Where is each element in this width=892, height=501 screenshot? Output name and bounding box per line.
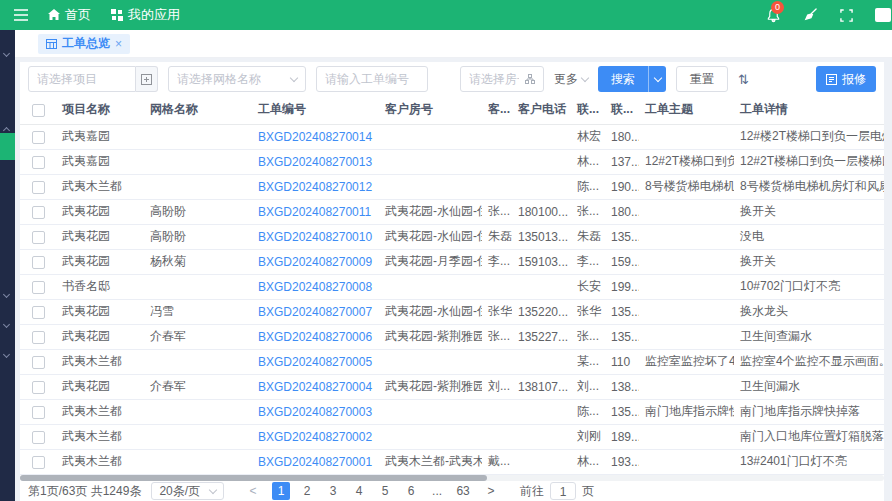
- collapse-menu-icon[interactable]: [14, 9, 28, 21]
- page-button-4[interactable]: 4: [350, 482, 368, 500]
- tab-bar: 工单总览 ×: [15, 30, 892, 58]
- goto-page-input[interactable]: 1: [550, 482, 576, 500]
- chevron-down-icon[interactable]: [3, 50, 10, 57]
- cell-detail: 换水龙头: [734, 299, 884, 324]
- sidebar-active-indicator[interactable]: [0, 133, 15, 160]
- cell-order_no[interactable]: BXGD202408270011: [252, 199, 379, 224]
- cell-cust_phone: [512, 399, 571, 424]
- cell-grid_name: 高盼盼: [144, 199, 252, 224]
- row-checkbox[interactable]: [32, 206, 45, 219]
- horizontal-scrollbar-track[interactable]: [20, 475, 884, 481]
- cell-cust_name: [482, 399, 512, 424]
- cell-project: 武夷嘉园: [56, 149, 144, 174]
- cell-contact_phone: 180...: [605, 124, 639, 149]
- row-checkbox-cell: [20, 199, 56, 224]
- search-button[interactable]: 搜索: [598, 66, 648, 92]
- cell-room: [379, 424, 482, 449]
- cell-contact_phone: 138...: [605, 374, 639, 399]
- row-checkbox[interactable]: [32, 181, 45, 194]
- cell-grid_name: 介春军: [144, 374, 252, 399]
- user-icon[interactable]: [875, 8, 891, 22]
- sort-arrows-icon[interactable]: ⇅: [738, 72, 749, 87]
- cell-subject: 8号楼货梯电梯机房...: [639, 174, 734, 199]
- cell-room: 武夷花园-水仙园-住...: [379, 199, 482, 224]
- cell-order_no[interactable]: BXGD202408270002: [252, 424, 379, 449]
- cell-order_no[interactable]: BXGD202408270003: [252, 399, 379, 424]
- page-button-5[interactable]: 5: [376, 482, 394, 500]
- row-checkbox[interactable]: [32, 256, 45, 269]
- page-button-2[interactable]: 2: [298, 482, 316, 500]
- grid-name-select[interactable]: 请选择网格名称: [168, 66, 306, 92]
- row-checkbox[interactable]: [32, 456, 45, 469]
- chevron-down-icon[interactable]: [3, 321, 10, 328]
- page-button-6[interactable]: 6: [402, 482, 420, 500]
- cell-project: 武夷花园: [56, 199, 144, 224]
- cell-grid_name: [144, 149, 252, 174]
- close-icon[interactable]: ×: [115, 37, 122, 51]
- cell-contact_name: 张华: [571, 299, 605, 324]
- nav-item-my-apps[interactable]: 我的应用: [111, 6, 180, 24]
- reset-button[interactable]: 重置: [676, 66, 728, 92]
- cell-order_no[interactable]: BXGD202408270001: [252, 449, 379, 474]
- cell-order_no[interactable]: BXGD202408270008: [252, 274, 379, 299]
- row-checkbox-cell: [20, 224, 56, 249]
- cell-cust_phone: [512, 274, 571, 299]
- page-button-63[interactable]: 63: [454, 482, 472, 500]
- select-all-checkbox[interactable]: [32, 104, 45, 117]
- row-checkbox[interactable]: [32, 431, 45, 444]
- cell-order_no[interactable]: BXGD202408270004: [252, 374, 379, 399]
- project-select[interactable]: 请选择项目: [28, 66, 136, 92]
- cell-order_no[interactable]: BXGD202408270007: [252, 299, 379, 324]
- row-checkbox[interactable]: [32, 306, 45, 319]
- cell-cust_phone: 180100...: [512, 199, 571, 224]
- repair-label: 报修: [842, 71, 866, 88]
- chevron-down-icon: [581, 73, 589, 81]
- more-filters-button[interactable]: 更多: [554, 71, 588, 88]
- row-checkbox[interactable]: [32, 281, 45, 294]
- row-checkbox[interactable]: [32, 406, 45, 419]
- room-select[interactable]: 请选择房号: [460, 66, 544, 92]
- next-page-button[interactable]: >: [482, 484, 500, 498]
- horizontal-scrollbar-thumb[interactable]: [20, 475, 487, 481]
- report-repair-button[interactable]: 报修: [816, 66, 876, 92]
- row-checkbox[interactable]: [32, 356, 45, 369]
- nav-item-home[interactable]: 首页: [48, 6, 91, 24]
- page-size-select[interactable]: 20条/页: [151, 482, 224, 500]
- table-row: 武夷木兰都BXGD202408270005某...110监控室监控坏了4个监控室…: [20, 349, 884, 374]
- page-button-1[interactable]: 1: [272, 482, 290, 500]
- tab-work-order-overview[interactable]: 工单总览 ×: [38, 34, 130, 54]
- order-no-input[interactable]: 请输入工单编号: [316, 66, 428, 92]
- cell-order_no[interactable]: BXGD202408270010: [252, 224, 379, 249]
- cell-order_no[interactable]: BXGD202408270005: [252, 349, 379, 374]
- row-checkbox-cell: [20, 424, 56, 449]
- work-order-panel: 请选择项目 请选择网格名称 请输入工单编号: [20, 62, 884, 501]
- fullscreen-button[interactable]: [840, 9, 853, 22]
- cell-contact_phone: 199...: [605, 274, 639, 299]
- project-picker-button[interactable]: [136, 66, 158, 92]
- row-checkbox[interactable]: [32, 331, 45, 344]
- notifications-button[interactable]: 0: [766, 8, 781, 23]
- chevron-down-icon: [290, 73, 298, 81]
- cell-order_no[interactable]: BXGD202408270009: [252, 249, 379, 274]
- page-ellipsis: ...: [428, 482, 446, 500]
- row-checkbox[interactable]: [32, 131, 45, 144]
- app-window: 首页 我的应用 0: [0, 0, 892, 501]
- row-checkbox[interactable]: [32, 156, 45, 169]
- search-dropdown-button[interactable]: [648, 66, 666, 92]
- chevron-down-icon[interactable]: [3, 291, 10, 298]
- cell-order_no[interactable]: BXGD202408270006: [252, 324, 379, 349]
- row-checkbox[interactable]: [32, 231, 45, 244]
- cell-order_no[interactable]: BXGD202408270013: [252, 149, 379, 174]
- chevron-down-icon[interactable]: [3, 351, 10, 358]
- clean-cache-button[interactable]: [803, 8, 818, 22]
- cell-order_no[interactable]: BXGD202408270012: [252, 174, 379, 199]
- table-body: 武夷嘉园BXGD202408270014林宏180...12#楼2T楼梯口到负一…: [20, 124, 884, 474]
- page-button-3[interactable]: 3: [324, 482, 342, 500]
- cell-order_no[interactable]: BXGD202408270014: [252, 124, 379, 149]
- row-checkbox-cell: [20, 174, 56, 199]
- cell-detail: 南门入口地库位置灯箱脱落需加装: [734, 424, 884, 449]
- prev-page-button[interactable]: <: [244, 484, 262, 498]
- cell-cust_phone: 135220...: [512, 299, 571, 324]
- cell-contact_phone: 135...: [605, 399, 639, 424]
- row-checkbox[interactable]: [32, 381, 45, 394]
